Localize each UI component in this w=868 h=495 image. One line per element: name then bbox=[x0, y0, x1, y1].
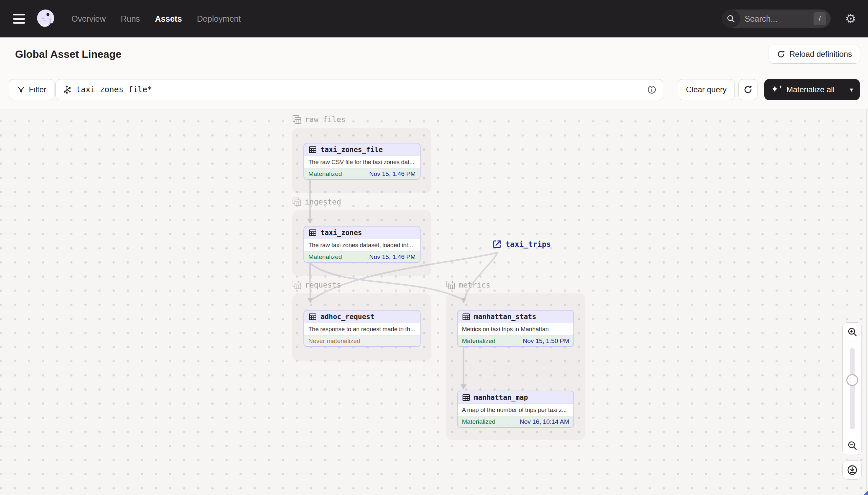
status-badge: Materialized bbox=[462, 418, 495, 425]
zoom-out-icon bbox=[847, 441, 857, 450]
table-icon bbox=[309, 146, 317, 154]
download-icon bbox=[847, 464, 858, 476]
status-badge: Materialized bbox=[308, 170, 342, 177]
hamburger-menu-icon[interactable] bbox=[13, 14, 25, 24]
nav-link-runs[interactable]: Runs bbox=[121, 14, 140, 24]
materialize-all-main[interactable]: ✦✦ Materialize all bbox=[764, 79, 843, 100]
zoom-slider-track[interactable] bbox=[850, 348, 854, 429]
status-badge: Materialized bbox=[308, 253, 342, 261]
group-label-raw-files[interactable]: raw_files bbox=[292, 115, 346, 124]
asset-status-row: Materialized Nov 16, 10:14 AM bbox=[458, 416, 573, 427]
nav-link-deployment[interactable]: Deployment bbox=[197, 14, 241, 24]
table-icon bbox=[462, 313, 470, 321]
materialization-timestamp: Nov 15, 1:50 PM bbox=[522, 338, 569, 345]
asset-description: The raw CSV file for the taxi zones dat.… bbox=[304, 156, 420, 168]
search-shortcut-badge: / bbox=[814, 12, 826, 25]
zoom-in-icon bbox=[847, 327, 857, 337]
nav-links: Overview Runs Assets Deployment bbox=[72, 14, 241, 24]
status-badge: Never materialized bbox=[308, 338, 360, 345]
asset-status-row: Materialized Nov 15, 1:46 PM bbox=[304, 168, 420, 179]
asset-node-taxi-zones[interactable]: taxi_zones The raw taxi zones dataset, l… bbox=[303, 226, 421, 263]
materialization-timestamp: Nov 15, 1:46 PM bbox=[369, 170, 415, 177]
dagster-logo[interactable] bbox=[35, 8, 56, 30]
status-badge: Materialized bbox=[462, 338, 495, 345]
filter-funnel-icon bbox=[17, 86, 25, 93]
asset-node-adhoc-request[interactable]: adhoc_request The response to an request… bbox=[303, 310, 421, 347]
asset-node-manhattan-map[interactable]: manhattan_map A map of the number of tri… bbox=[457, 391, 574, 428]
asset-description: The raw taxi zones dataset, loaded int..… bbox=[304, 239, 420, 251]
zoom-in-button[interactable] bbox=[843, 323, 862, 341]
canvas-scrollbar[interactable] bbox=[866, 109, 867, 495]
group-label-ingested[interactable]: ingested bbox=[292, 197, 341, 206]
group-icon bbox=[446, 280, 455, 290]
nav-link-overview[interactable]: Overview bbox=[72, 14, 106, 24]
page-title: Global Asset Lineage bbox=[15, 48, 121, 61]
lineage-canvas[interactable]: raw_files ingested requests bbox=[0, 109, 868, 495]
refresh-icon bbox=[743, 85, 752, 94]
filter-button[interactable]: Filter bbox=[9, 79, 54, 100]
search-bar[interactable]: / bbox=[722, 10, 831, 28]
search-icon bbox=[722, 10, 740, 28]
materialization-timestamp: Nov 16, 10:14 AM bbox=[520, 418, 569, 425]
group-label-metrics[interactable]: metrics bbox=[446, 280, 491, 290]
external-link-icon bbox=[493, 240, 501, 249]
table-icon bbox=[309, 229, 317, 237]
lineage-edges bbox=[0, 109, 868, 495]
edge-trips-to-stats bbox=[464, 252, 498, 299]
materialize-all-button[interactable]: ✦✦ Materialize all ▾ bbox=[764, 79, 860, 100]
group-label-requests[interactable]: requests bbox=[292, 280, 341, 290]
group-icon bbox=[292, 115, 301, 124]
asset-status-row: Materialized Nov 15, 1:46 PM bbox=[304, 251, 420, 262]
asset-description: A map of the number of trips per taxi z.… bbox=[458, 404, 573, 416]
refresh-button[interactable] bbox=[739, 79, 758, 100]
nav-right: / ⚙ bbox=[722, 10, 868, 28]
zoom-slider bbox=[843, 341, 862, 436]
asset-node-manhattan-stats[interactable]: manhattan_stats Metrics on taxi trips in… bbox=[457, 310, 574, 347]
zoom-slider-handle[interactable] bbox=[846, 374, 858, 386]
asset-description: The response to an request made in th... bbox=[304, 323, 420, 335]
clear-query-button[interactable]: Clear query bbox=[678, 79, 735, 100]
asset-query-input-box[interactable] bbox=[55, 79, 663, 100]
asset-status-row: Never materialized bbox=[304, 335, 420, 346]
reload-definitions-button[interactable]: Reload definitions bbox=[768, 45, 860, 64]
group-icon bbox=[292, 197, 301, 206]
query-info-icon[interactable] bbox=[647, 85, 656, 94]
table-icon bbox=[462, 394, 470, 402]
download-image-button[interactable] bbox=[843, 460, 862, 480]
group-icon bbox=[292, 280, 301, 290]
nav-link-assets[interactable]: Assets bbox=[155, 14, 182, 24]
asset-graph-icon bbox=[62, 85, 72, 94]
canvas-corner-mark bbox=[863, 490, 868, 495]
page-header: Global Asset Lineage Reload definitions bbox=[0, 37, 868, 71]
external-asset-taxi-trips[interactable]: taxi_trips bbox=[493, 240, 551, 249]
search-input[interactable] bbox=[745, 14, 800, 24]
asset-node-taxi-zones-file[interactable]: taxi_zones_file The raw CSV file for the… bbox=[303, 143, 421, 180]
materialization-timestamp: Nov 15, 1:46 PM bbox=[369, 253, 415, 261]
asset-description: Metrics on taxi trips in Manhattan bbox=[458, 323, 573, 335]
reload-icon bbox=[777, 50, 785, 58]
sparkle-icon: ✦✦ bbox=[771, 85, 782, 94]
top-nav: Overview Runs Assets Deployment / ⚙ bbox=[0, 0, 868, 37]
zoom-controls bbox=[843, 322, 862, 455]
lineage-toolbar: Filter bbox=[0, 71, 868, 109]
zoom-out-button[interactable] bbox=[843, 436, 862, 455]
asset-status-row: Materialized Nov 15, 1:50 PM bbox=[458, 335, 573, 346]
settings-gear-icon[interactable]: ⚙ bbox=[845, 13, 856, 25]
table-icon bbox=[309, 313, 317, 321]
asset-query-input[interactable] bbox=[76, 85, 647, 94]
materialize-dropdown-caret[interactable]: ▾ bbox=[843, 79, 860, 100]
